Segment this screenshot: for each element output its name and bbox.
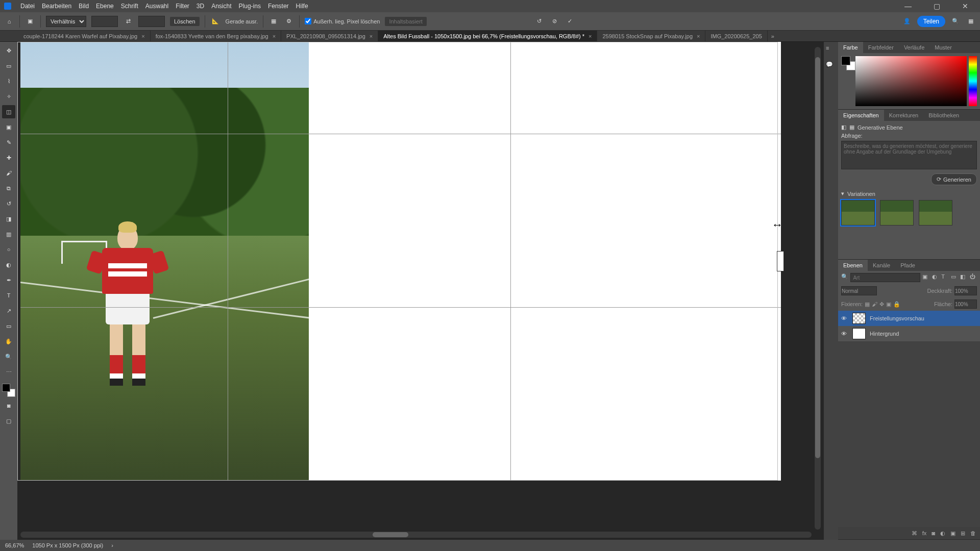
variation-thumb-1[interactable] (841, 200, 875, 226)
tab-eigenschaften[interactable]: Eigenschaften (838, 110, 884, 121)
layer-name[interactable]: Freistellungsvorschau (870, 315, 924, 321)
scrollbar-thumb[interactable] (815, 57, 820, 458)
blur-tool-icon[interactable]: ○ (2, 243, 15, 256)
tab-ebenen[interactable]: Ebenen (838, 260, 868, 271)
doc-tab-active[interactable]: Altes Bild Fussball - 1050x1500.jpg bei … (378, 31, 597, 41)
canvas-area[interactable]: ↔ (17, 42, 824, 540)
visibility-icon[interactable]: 👁 (841, 315, 848, 321)
layer-row[interactable]: 👁 Hintergrund (838, 326, 980, 341)
move-tool-icon[interactable]: ✥ (2, 44, 15, 57)
filter-shape-icon[interactable]: ▭ (951, 273, 958, 282)
tab-farbfelder[interactable]: Farbfelder (863, 42, 899, 53)
ratio-preset-select[interactable]: Verhältnis (46, 16, 86, 27)
window-close-icon[interactable]: ✕ (954, 0, 976, 12)
lock-all-icon[interactable]: 🔒 (893, 301, 900, 308)
layer-name[interactable]: Hintergrund (870, 331, 899, 337)
dodge-tool-icon[interactable]: ◐ (2, 258, 15, 271)
brush-tool-icon[interactable]: 🖌 (2, 166, 15, 180)
close-icon[interactable]: × (370, 33, 373, 39)
layer-filter-input[interactable] (850, 273, 920, 282)
chevron-down-icon[interactable]: ▾ (841, 190, 844, 197)
menu-plugins[interactable]: Plug-ins (239, 3, 261, 10)
menu-3d[interactable]: 3D (197, 3, 204, 10)
eraser-tool-icon[interactable]: ◨ (2, 212, 15, 226)
color-swatches[interactable] (2, 384, 15, 397)
filter-image-icon[interactable]: ▣ (922, 273, 929, 282)
color-field[interactable] (855, 56, 967, 106)
clear-ratio-button[interactable]: Löschen (170, 17, 200, 26)
doc-tab[interactable]: PXL_20210908_095051314.jpg× (281, 31, 378, 41)
lasso-tool-icon[interactable]: ⌇ (2, 74, 15, 88)
cancel-crop-icon[interactable]: ⊘ (550, 16, 560, 27)
layer-mask-icon[interactable]: ◙ (932, 530, 935, 536)
layer-row[interactable]: 👁 Freistellungsvorschau (838, 311, 980, 326)
adjustment-layer-icon[interactable]: ◐ (940, 530, 945, 537)
crop-tool-icon[interactable]: ◫ (2, 105, 15, 118)
menu-fenster[interactable]: Fenster (268, 3, 289, 10)
menu-schrift[interactable]: Schrift (121, 3, 138, 10)
doc-tab[interactable]: IMG_20200625_205 (705, 31, 767, 41)
tab-muster[interactable]: Muster (929, 42, 957, 53)
delete-layer-icon[interactable]: 🗑 (970, 530, 976, 536)
window-maximize-icon[interactable]: ▢ (926, 0, 947, 12)
delete-cropped-checkbox[interactable]: Außerh. lieg. Pixel löschen (305, 18, 380, 24)
doc-tab[interactable]: couple-1718244 Karen Warfel auf Pixabay.… (18, 31, 151, 41)
user-icon[interactable]: 👤 (902, 16, 912, 27)
prompt-input[interactable] (841, 141, 977, 169)
doc-tab[interactable]: 2598015 StockSnap auf Pixabay.jpg× (597, 31, 705, 41)
group-icon[interactable]: ▣ (950, 530, 955, 537)
collapsed-panel-icon[interactable]: ≡ (826, 45, 836, 55)
blend-mode-select[interactable] (841, 286, 877, 295)
filter-type-icon[interactable]: T (941, 273, 948, 282)
workspace-icon[interactable]: ▦ (966, 16, 976, 27)
tab-kanaele[interactable]: Kanäle (868, 260, 895, 271)
crop-settings-icon[interactable]: ⚙ (284, 16, 294, 27)
fg-bg-swatch[interactable] (841, 56, 853, 106)
opacity-input[interactable] (954, 286, 977, 295)
chevron-right-icon[interactable]: › (111, 542, 113, 548)
eyedropper-tool-icon[interactable]: ✎ (2, 136, 15, 149)
crop-handle-right[interactable] (777, 251, 784, 271)
horizontal-scrollbar[interactable] (20, 532, 812, 538)
edit-toolbar-icon[interactable]: ⋯ (2, 365, 15, 379)
overlay-grid-icon[interactable]: ▦ (268, 16, 279, 27)
pen-tool-icon[interactable]: ✒ (2, 273, 15, 287)
marquee-tool-icon[interactable]: ▭ (2, 59, 15, 72)
menu-bearbeiten[interactable]: Bearbeiten (42, 3, 71, 10)
tab-bibliotheken[interactable]: Bibliotheken (923, 110, 964, 121)
healing-tool-icon[interactable]: ✚ (2, 151, 15, 164)
filter-adjust-icon[interactable]: ◐ (932, 273, 939, 282)
generate-button[interactable]: ⟳Generieren (931, 173, 977, 185)
search-icon[interactable]: 🔍 (950, 16, 961, 27)
reset-crop-icon[interactable]: ↺ (534, 16, 545, 27)
swap-dimensions-icon[interactable]: ⇄ (123, 16, 133, 27)
menu-ebene[interactable]: Ebene (96, 3, 114, 10)
lock-pixels-icon[interactable]: 🖌 (872, 301, 877, 307)
stamp-tool-icon[interactable]: ⧉ (2, 182, 15, 195)
menu-auswahl[interactable]: Auswahl (145, 3, 168, 10)
screenmode-icon[interactable]: ▢ (2, 414, 15, 428)
home-icon[interactable]: ⌂ (4, 16, 14, 27)
new-layer-icon[interactable]: ⊞ (961, 530, 965, 537)
menu-hilfe[interactable]: Hilfe (296, 3, 308, 10)
filter-toggle-icon[interactable]: ⏻ (970, 273, 977, 282)
tab-verlaeufe[interactable]: Verläufe (899, 42, 929, 53)
variation-thumb-2[interactable] (880, 200, 914, 226)
tab-pfade[interactable]: Pfade (895, 260, 920, 271)
zoom-tool-icon[interactable]: 🔍 (2, 350, 15, 363)
tab-farbe[interactable]: Farbe (838, 42, 863, 53)
layer-thumbnail[interactable] (852, 313, 866, 324)
hand-tool-icon[interactable]: ✋ (2, 335, 15, 348)
lock-artboard-icon[interactable]: ▣ (886, 301, 891, 308)
gradient-tool-icon[interactable]: ▥ (2, 228, 15, 241)
vertical-scrollbar[interactable] (815, 47, 821, 530)
doc-tab[interactable]: fox-1540833 Yvette van den Berg pixabay.… (151, 31, 281, 41)
shape-tool-icon[interactable]: ▭ (2, 319, 15, 333)
frame-tool-icon[interactable]: ▣ (2, 120, 15, 134)
menu-ansicht[interactable]: Ansicht (211, 3, 231, 10)
document-info[interactable]: 1050 Px x 1500 Px (300 ppi) (32, 542, 103, 548)
search-icon[interactable]: 🔍 (841, 273, 848, 282)
menu-bild[interactable]: Bild (79, 3, 89, 10)
type-tool-icon[interactable]: T (2, 289, 15, 302)
lock-position-icon[interactable]: ✥ (879, 301, 884, 308)
